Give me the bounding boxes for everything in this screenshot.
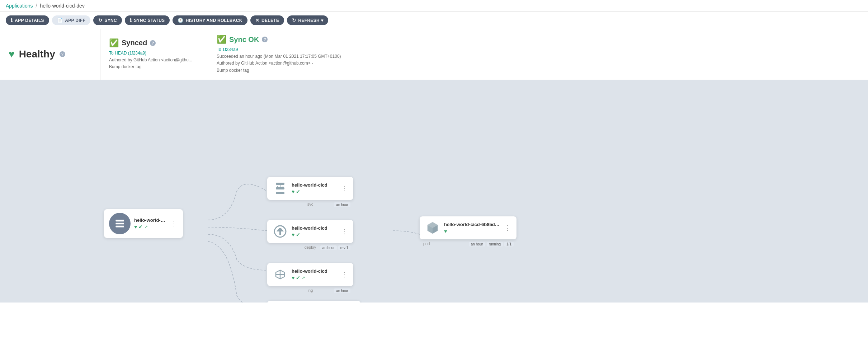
breadcrumb-separator: / (36, 3, 37, 9)
svc-node-badges: ♥ ✔ (292, 189, 337, 194)
sync-ok-title: ✅ Sync OK ? (217, 35, 341, 44)
ing-node-badges: ♥ ✔ ↗ (292, 275, 337, 281)
sync-ok-commit-link[interactable]: To 1f234a9 (217, 47, 238, 52)
ing-check-icon: ✔ (296, 275, 300, 281)
pod-tag-hour: an hour (469, 242, 485, 247)
synced-detail: To HEAD (1f234a9) Authored by GitHub Act… (109, 50, 192, 71)
health-section: ♥ Healthy ? (0, 29, 100, 80)
synced-commit-link[interactable]: To HEAD (1f234a9) (109, 51, 146, 56)
sync-ok-check-icon: ✅ (217, 35, 226, 44)
graph-area: hello-world-cicd-dev ♥ ✔ ↗ ⋮ hello-world… (0, 80, 868, 303)
deploy-node-badges: ♥ ✔ (292, 232, 337, 238)
breadcrumb: Applications / hello-world-cicd-dev (0, 0, 868, 12)
ing-link-icon: ↗ (302, 275, 305, 280)
deploy-node-name: hello-world-cicd (292, 225, 337, 231)
app-details-button[interactable]: ℹ APP DETAILS (6, 15, 49, 25)
svc-node-name: hello-world-cicd (292, 182, 337, 188)
toolbar: ℹ APP DETAILS 📄 APP DIFF ↻ SYNC ℹ SYNC S… (0, 12, 868, 29)
arrows-svg (0, 80, 868, 303)
sync-ok-section: ✅ Sync OK ? To 1f234a9 Succeeded an hour… (208, 29, 868, 80)
filter-card[interactable]: clear filters to show 3 additional resou… (267, 301, 360, 303)
root-link-icon: ↗ (144, 224, 148, 229)
svc-type-label: svc (307, 202, 313, 206)
deploy-node-menu[interactable]: ⋮ (340, 228, 348, 235)
deploy-type-label: deploy (305, 245, 316, 249)
ing-node-name: hello-world-cicd (292, 268, 337, 274)
ing-node-menu[interactable]: ⋮ (340, 271, 348, 278)
info-icon: ℹ (11, 18, 13, 23)
health-label: Healthy (19, 48, 55, 60)
svc-node-card[interactable]: hello-world-cicd ♥ ✔ ⋮ svc an hour (267, 177, 353, 200)
svc-heart-icon: ♥ (292, 189, 294, 194)
deploy-check-icon: ✔ (296, 232, 300, 238)
root-node-menu[interactable]: ⋮ (170, 220, 178, 228)
synced-section: ✅ Synced ? To HEAD (1f234a9) Authored by… (100, 29, 208, 80)
deploy-icon-wrap (272, 224, 288, 239)
app-diff-button[interactable]: 📄 APP DIFF (52, 15, 90, 25)
delete-icon: ✕ (255, 18, 259, 23)
ing-node-info: hello-world-cicd ♥ ✔ ↗ (292, 268, 337, 281)
deploy-node-info: hello-world-cicd ♥ ✔ (292, 225, 337, 238)
pod-node-badges: ♥ (444, 228, 500, 234)
svg-rect-5 (276, 192, 284, 194)
pod-node-menu[interactable]: ⋮ (504, 224, 511, 232)
pod-type-label: pod (423, 242, 430, 246)
deploy-tag-hour: an hour (320, 245, 337, 250)
svg-rect-3 (276, 183, 284, 185)
synced-check-icon: ✅ (109, 38, 119, 48)
ing-heart-icon: ♥ (292, 275, 294, 281)
ing-type-label: ing (308, 288, 313, 292)
svg-rect-2 (115, 226, 124, 228)
root-heart-icon: ♥ (134, 224, 137, 230)
root-node-badges: ♥ ✔ ↗ (134, 224, 166, 230)
root-node-card[interactable]: hello-world-cicd-dev ♥ ✔ ↗ ⋮ (104, 209, 183, 238)
ing-icon-wrap (272, 267, 288, 282)
svg-rect-1 (115, 222, 124, 224)
ing-tag-hour: an hour (334, 289, 350, 293)
refresh-icon: ↻ (292, 18, 296, 23)
delete-button[interactable]: ✕ DELETE (250, 15, 284, 25)
sync-status-button[interactable]: ℹ SYNC STATUS (125, 15, 170, 25)
svc-node-menu[interactable]: ⋮ (340, 184, 348, 192)
pod-tag-ratio: 1/1 (504, 242, 514, 247)
history-icon: 🕐 (178, 18, 183, 23)
pod-icon-wrap (425, 220, 440, 236)
ing-node-card[interactable]: hello-world-cicd ♥ ✔ ↗ ⋮ ing an hour (267, 263, 353, 286)
refresh-button[interactable]: ↻ REFRESH ▾ (287, 15, 328, 25)
diff-icon: 📄 (57, 18, 63, 23)
synced-title: ✅ Synced ? (109, 38, 192, 48)
deploy-heart-icon: ♥ (292, 232, 294, 238)
sync-ok-help-icon[interactable]: ? (262, 37, 268, 42)
root-node-name: hello-world-cicd-dev (134, 217, 166, 223)
pod-tag-running: running (487, 242, 503, 247)
breadcrumb-current: hello-world-cicd-dev (40, 3, 85, 9)
synced-help-icon[interactable]: ? (150, 40, 156, 46)
status-bar: ♥ Healthy ? ✅ Synced ? To HEAD (1f234a9)… (0, 29, 868, 80)
pod-node-info: hello-world-cicd-6b85d5bd78-... ♥ (444, 222, 500, 234)
breadcrumb-applications-link[interactable]: Applications (6, 3, 33, 9)
history-rollback-button[interactable]: 🕐 HISTORY AND ROLLBACK (173, 15, 247, 25)
sync-icon: ↻ (98, 18, 102, 23)
sync-button[interactable]: ↻ SYNC (93, 15, 122, 25)
info-icon-2: ℹ (130, 18, 132, 23)
deploy-node-card[interactable]: hello-world-cicd ♥ ✔ ⋮ deploy an hour re… (267, 220, 353, 243)
root-node-info: hello-world-cicd-dev ♥ ✔ ↗ (134, 217, 166, 230)
deploy-tag-rev: rev:1 (338, 245, 350, 250)
pod-node-name: hello-world-cicd-6b85d5bd78-... (444, 222, 500, 227)
svc-tag-hour: an hour (334, 202, 350, 207)
svc-icon-wrap (272, 180, 288, 196)
pod-heart-icon: ♥ (444, 228, 447, 234)
health-help-icon[interactable]: ? (60, 51, 65, 57)
svc-check-icon: ✔ (296, 189, 300, 194)
sync-ok-detail: To 1f234a9 Succeeded an hour ago (Mon Ma… (217, 46, 341, 74)
svg-rect-4 (276, 187, 284, 189)
root-check-icon: ✔ (138, 224, 143, 230)
root-node-icon (109, 213, 131, 234)
svg-rect-0 (115, 220, 124, 221)
pod-node-card[interactable]: hello-world-cicd-6b85d5bd78-... ♥ ⋮ pod … (420, 216, 516, 239)
heart-icon: ♥ (9, 48, 15, 60)
svc-node-info: hello-world-cicd ♥ ✔ (292, 182, 337, 194)
